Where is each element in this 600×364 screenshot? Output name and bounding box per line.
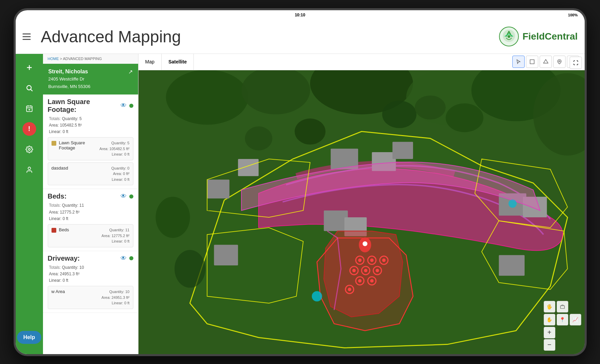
fullscreen-button[interactable]: [570, 57, 582, 69]
map-view[interactable]: 🖐 ✋ 📍 📈 + −: [138, 70, 585, 354]
svg-point-61: [370, 279, 374, 282]
svg-rect-35: [238, 159, 258, 176]
zone-lawn-controls: 👁: [120, 102, 133, 109]
svg-point-44: [363, 241, 367, 246]
map-controls-row-2: ✋ 📍 📈: [544, 314, 581, 325]
lawn-sub-item-name: dasdasd: [52, 165, 109, 171]
nav-settings[interactable]: [23, 143, 36, 156]
status-bar: 10:10 100%: [16, 10, 585, 20]
page-title: Advanced Mapping: [41, 27, 181, 46]
svg-point-55: [364, 269, 367, 272]
lawn-item[interactable]: Lawn Square Footage Quantity: 5 Area: 10…: [48, 137, 133, 160]
zoom-controls: + −: [544, 327, 581, 351]
map-toolbar: Map Satellite: [138, 54, 585, 70]
driveway-item-stats: Quantity: 10 Area: 24951.3 ft² Linear: 0…: [102, 289, 130, 306]
beds-area: Area: 12775.2 ft²: [49, 210, 79, 215]
svg-point-49: [370, 258, 374, 262]
zone-driveway-title: Driveway:: [48, 254, 80, 262]
lawn-area: Area: 105482.5 ft²: [49, 123, 82, 128]
breadcrumb-separator: >: [59, 57, 63, 61]
svg-rect-33: [499, 255, 524, 275]
beds-item[interactable]: Beds Quantity: 11 Area: 12775.2 ft² Line…: [48, 224, 133, 247]
left-nav: ! Help: [16, 54, 43, 354]
external-link-icon[interactable]: ↗: [128, 69, 133, 75]
svg-point-69: [294, 118, 325, 144]
svg-line-5: [31, 89, 32, 91]
breadcrumb: HOME > ADVANCED MAPPING: [43, 54, 138, 64]
map-container: Map Satellite: [138, 54, 585, 354]
nav-alert[interactable]: !: [23, 122, 36, 136]
zone-lawn-title: Lawn Square Footage:: [48, 98, 120, 114]
lawn-sub-item-stats: Quantity: 0 Area: 0 ft² Linear: 0 ft: [111, 165, 129, 183]
lawn-item-color: [52, 141, 56, 146]
zone-lawn: Lawn Square Footage: 👁 Totals: Quantity:…: [43, 94, 138, 189]
customer-address-line2: Burnsville, MN 55306: [48, 84, 91, 90]
map-ctrl-move[interactable]: ✋: [544, 314, 555, 325]
lawn-item-name: Lawn Square Footage: [59, 140, 97, 150]
map-tool-pin[interactable]: [553, 56, 566, 68]
map-tool-rectangle[interactable]: [526, 56, 538, 68]
svg-rect-28: [392, 142, 413, 159]
svg-point-63: [348, 288, 351, 291]
lawn-visibility-toggle[interactable]: 👁: [120, 102, 127, 109]
help-button[interactable]: Help: [17, 331, 41, 344]
zone-beds-title: Beds:: [48, 192, 67, 200]
svg-point-59: [358, 279, 361, 282]
lawn-quantity: Quantity: 5: [62, 116, 82, 121]
svg-point-65: [508, 199, 516, 207]
hamburger-menu[interactable]: [23, 33, 31, 40]
lawn-sub-item[interactable]: dasdasd Quantity: 0 Area: 0 ft² Linear: …: [48, 162, 133, 186]
svg-rect-34: [207, 179, 229, 198]
svg-rect-36: [214, 245, 238, 265]
beds-linear: Linear: 0 ft: [49, 216, 69, 221]
app-container: Advanced Mapping FieldCentral: [16, 20, 585, 354]
svg-point-68: [445, 103, 483, 132]
zone-driveway-totals: Totals: Quantity: 10 Area: 24951.3 ft² L…: [48, 264, 133, 284]
battery-indicator: 100%: [568, 13, 577, 17]
svg-rect-29: [324, 210, 348, 231]
lawn-status-dot: [129, 104, 133, 108]
nav-add[interactable]: [23, 61, 36, 74]
map-tool-polygon[interactable]: [540, 56, 552, 68]
driveway-linear: Linear: 0 ft: [49, 278, 69, 283]
logo-area: FieldCentral: [499, 26, 578, 47]
customer-info: Streit, Nicholas 2405 Westcliffe Dr Burn…: [48, 69, 91, 90]
map-svg-overlay: [138, 70, 585, 354]
map-ctrl-layers[interactable]: [557, 301, 568, 312]
map-tab-map[interactable]: Map: [138, 54, 162, 70]
svg-point-1: [508, 35, 510, 38]
nav-search[interactable]: [23, 81, 36, 95]
svg-point-66: [382, 101, 416, 128]
driveway-visibility-toggle[interactable]: 👁: [120, 255, 127, 262]
map-ctrl-pin2[interactable]: 📍: [557, 314, 568, 325]
app-header: Advanced Mapping FieldCentral: [16, 20, 585, 54]
svg-point-53: [352, 269, 355, 272]
map-ctrl-hand[interactable]: 🖐: [544, 301, 555, 312]
driveway-quantity: Quantity: 10: [62, 265, 84, 270]
svg-point-64: [312, 291, 322, 301]
map-ctrl-chart[interactable]: 📈: [570, 314, 581, 325]
map-controls-row-1: 🖐: [544, 301, 581, 312]
svg-point-18: [166, 70, 248, 125]
svg-point-70: [245, 126, 272, 150]
nav-profile[interactable]: [23, 163, 36, 177]
svg-marker-15: [543, 59, 548, 63]
svg-point-51: [382, 258, 385, 262]
nav-calendar[interactable]: [23, 102, 36, 115]
svg-point-72: [174, 250, 205, 288]
map-type-tabs: Map Satellite: [138, 54, 194, 70]
breadcrumb-home[interactable]: HOME: [48, 57, 59, 61]
header-left: Advanced Mapping: [23, 27, 499, 46]
beds-visibility-toggle[interactable]: 👁: [120, 193, 127, 200]
time-display: 10:10: [295, 13, 305, 17]
driveway-item[interactable]: w Area Quantity: 10 Area: 24951.3 ft² Li…: [48, 286, 133, 309]
zone-beds-header: Beds: 👁: [48, 192, 133, 200]
svg-point-57: [376, 269, 379, 272]
zoom-out-button[interactable]: −: [544, 339, 555, 351]
svg-point-71: [156, 196, 190, 238]
map-tool-cursor[interactable]: [512, 56, 525, 68]
map-tab-satellite[interactable]: Satellite: [162, 54, 194, 70]
zoom-in-button[interactable]: +: [544, 327, 555, 338]
customer-card: Streit, Nicholas 2405 Westcliffe Dr Burn…: [43, 64, 138, 94]
zone-lawn-header: Lawn Square Footage: 👁: [48, 98, 133, 114]
